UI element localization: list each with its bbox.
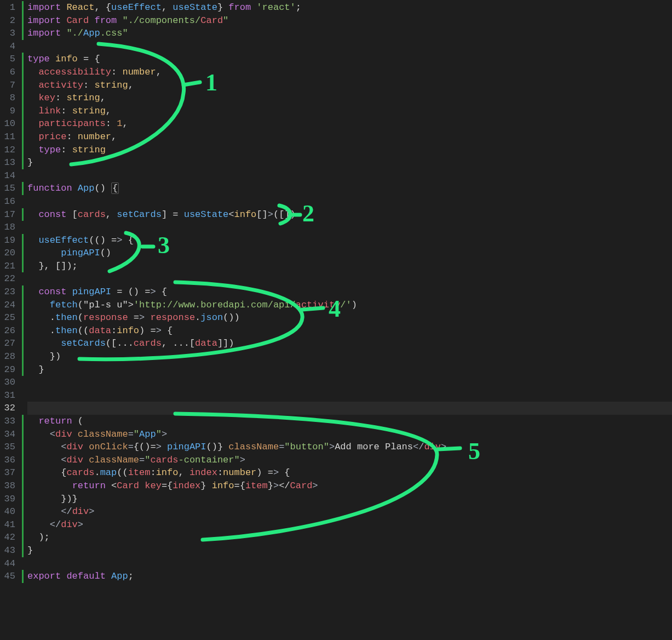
code-line[interactable]: <div className="App"> — [27, 428, 672, 441]
code-line[interactable]: const pingAPI = () => { — [27, 285, 672, 299]
code-line[interactable]: type: string — [27, 144, 672, 157]
line-number: 44 — [0, 557, 19, 570]
line-number: 42 — [0, 531, 19, 544]
code-line[interactable]: return ( — [27, 415, 672, 428]
line-number: 8 — [0, 92, 19, 105]
code-line[interactable]: </div> — [27, 518, 672, 532]
line-number: 17 — [0, 208, 19, 221]
line-number: 25 — [0, 311, 19, 324]
code-line[interactable]: const [cards, setCards] = useState<info[… — [27, 208, 672, 221]
line-number: 26 — [0, 324, 19, 338]
code-line[interactable]: useEffect(() => { — [27, 234, 672, 247]
line-number: 5 — [0, 53, 19, 66]
code-line[interactable]: participants: 1, — [27, 117, 672, 130]
line-number: 39 — [0, 493, 19, 506]
code-line[interactable] — [27, 376, 672, 389]
code-line[interactable]: accessibility: number, — [27, 66, 672, 79]
line-number: 16 — [0, 195, 19, 208]
code-line[interactable]: } — [27, 544, 672, 557]
code-line[interactable]: }, []); — [27, 260, 672, 273]
code-line[interactable]: </div> — [27, 505, 672, 518]
code-line[interactable]: setCards([...cards, ...[data]]) — [27, 337, 672, 350]
line-number: 29 — [0, 363, 19, 376]
line-number: 27 — [0, 337, 19, 350]
code-line[interactable]: export default App; — [27, 570, 672, 583]
line-number: 33 — [0, 415, 19, 428]
code-line[interactable]: import "./App.css" — [27, 27, 672, 40]
code-line[interactable] — [27, 195, 672, 208]
code-line[interactable]: import React, {useEffect, useState} from… — [27, 1, 672, 14]
line-number: 11 — [0, 130, 19, 144]
line-number: 6 — [0, 66, 19, 79]
code-line[interactable] — [27, 272, 672, 285]
code-line[interactable]: })} — [27, 493, 672, 506]
line-number: 1 — [0, 1, 19, 14]
line-number: 13 — [0, 156, 19, 169]
code-area[interactable]: import React, {useEffect, useState} from… — [21, 0, 672, 640]
code-line[interactable]: price: number, — [27, 130, 672, 144]
line-number: 2 — [0, 14, 19, 27]
code-line[interactable]: link: string, — [27, 105, 672, 118]
code-line[interactable] — [27, 169, 672, 182]
line-number: 31 — [0, 389, 19, 402]
code-line[interactable] — [27, 389, 672, 402]
code-line[interactable] — [27, 40, 672, 53]
line-number-gutter: 1234567891011121314151617181920212223242… — [0, 0, 19, 640]
code-line[interactable]: <div onClick={()=> pingAPI()} className=… — [27, 441, 672, 454]
line-number: 23 — [0, 285, 19, 299]
code-line[interactable]: key: string, — [27, 92, 672, 105]
line-number: 41 — [0, 518, 19, 532]
code-line[interactable]: return <Card key={index} info={item}></C… — [27, 479, 672, 493]
line-number: 14 — [0, 169, 19, 182]
line-number: 22 — [0, 272, 19, 285]
line-number: 28 — [0, 350, 19, 363]
line-number: 38 — [0, 479, 19, 493]
line-number: 4 — [0, 40, 19, 53]
code-line[interactable]: pingAPI() — [27, 247, 672, 260]
line-number: 12 — [0, 144, 19, 157]
code-line[interactable]: }) — [27, 350, 672, 363]
line-number: 40 — [0, 505, 19, 518]
line-number: 32 — [0, 402, 19, 415]
code-line[interactable]: fetch("pl-s u">'http://www.boredapi.com/… — [27, 299, 672, 312]
code-line[interactable]: } — [27, 363, 672, 376]
line-number: 3 — [0, 27, 19, 40]
line-number: 21 — [0, 260, 19, 273]
code-line[interactable]: activity: string, — [27, 79, 672, 92]
code-line[interactable]: function App() { — [27, 182, 672, 195]
line-number: 20 — [0, 247, 19, 260]
line-number: 37 — [0, 466, 19, 479]
code-line[interactable]: .then((data:info) => { — [27, 324, 672, 338]
line-number: 7 — [0, 79, 19, 92]
line-number: 35 — [0, 441, 19, 454]
line-number: 19 — [0, 234, 19, 247]
line-number: 30 — [0, 376, 19, 389]
code-line[interactable] — [27, 557, 672, 570]
code-editor[interactable]: 1234567891011121314151617181920212223242… — [0, 0, 672, 640]
code-line[interactable] — [27, 221, 672, 234]
line-number: 45 — [0, 570, 19, 583]
line-number: 34 — [0, 428, 19, 441]
code-line[interactable]: <div className="cards-container"> — [27, 454, 672, 467]
line-number: 10 — [0, 117, 19, 130]
code-line[interactable]: .then(response => response.json()) — [27, 311, 672, 324]
line-number: 24 — [0, 299, 19, 312]
line-number: 36 — [0, 454, 19, 467]
code-line[interactable]: } — [27, 156, 672, 169]
code-line[interactable]: type info = { — [27, 53, 672, 66]
line-number: 18 — [0, 221, 19, 234]
code-line[interactable] — [27, 402, 672, 415]
line-number: 43 — [0, 544, 19, 557]
line-number: 15 — [0, 182, 19, 195]
line-number: 9 — [0, 105, 19, 118]
code-line[interactable]: {cards.map((item:info, index:number) => … — [27, 466, 672, 479]
code-line[interactable]: ); — [27, 531, 672, 544]
code-line[interactable]: import Card from "./components/Card" — [27, 14, 672, 27]
